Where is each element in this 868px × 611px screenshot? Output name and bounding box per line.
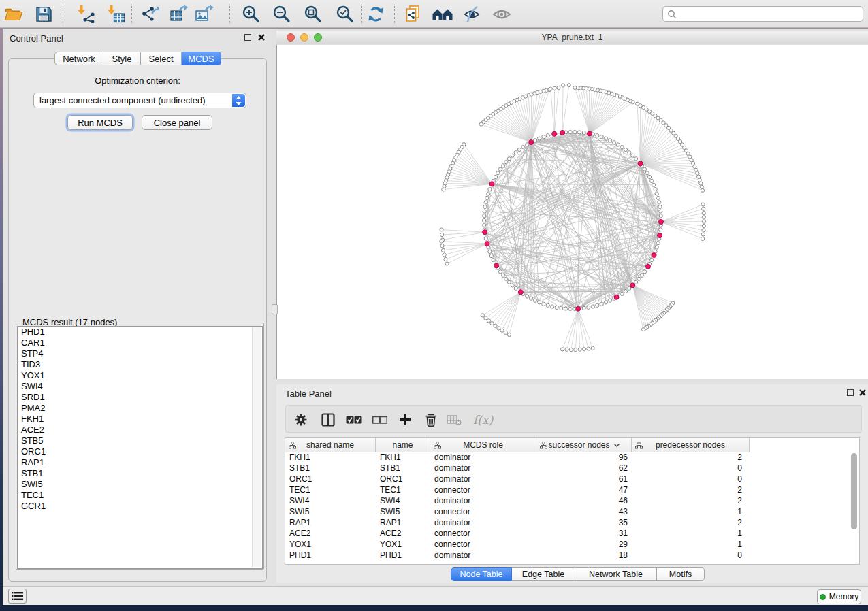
result-node[interactable]: YOX1	[18, 370, 262, 381]
settings-gear-icon[interactable]	[293, 412, 309, 428]
cell-name: ACE2	[376, 529, 430, 540]
show-all-icon[interactable]	[490, 3, 513, 25]
export-network-icon[interactable]	[138, 3, 161, 25]
result-node[interactable]: CAR1	[18, 337, 262, 348]
result-node[interactable]: RAP1	[18, 457, 262, 468]
open-folder-icon[interactable]	[2, 3, 25, 25]
task-history-button[interactable]	[8, 589, 27, 604]
cell-successor-nodes: 47	[536, 485, 632, 496]
table-row[interactable]: YOX1YOX1connector291	[285, 540, 859, 550]
result-node[interactable]: ACE2	[18, 425, 262, 435]
network-window: YPA_prune.txt_1	[276, 31, 868, 379]
toolbar-separator	[361, 5, 362, 23]
result-node[interactable]: TEC1	[18, 490, 262, 501]
zoom-in-icon[interactable]	[239, 3, 262, 25]
memory-status-icon	[820, 594, 826, 600]
close-panel-button[interactable]: Close panel	[142, 115, 212, 130]
tab-edge-table[interactable]: Edge Table	[512, 567, 575, 581]
table-scrollbar[interactable]	[851, 453, 858, 564]
zoom-selected-icon[interactable]	[333, 3, 356, 25]
result-node[interactable]: SWI4	[18, 381, 262, 392]
table-scrollbar-thumb[interactable]	[851, 453, 857, 529]
node-table[interactable]: shared namenameMCDS rolesuccessor nodesp…	[285, 437, 860, 565]
table-row[interactable]: STB1STB1dominator620	[285, 463, 859, 474]
tab-network-table[interactable]: Network Table	[575, 567, 657, 581]
tab-network[interactable]: Network	[54, 52, 103, 65]
table-panel: Table Panel	[276, 384, 868, 583]
column-header-name[interactable]: name	[376, 438, 430, 452]
cell-successor-nodes: 43	[536, 507, 632, 518]
result-node[interactable]: SWI5	[18, 479, 262, 490]
export-image-icon[interactable]	[193, 3, 216, 25]
run-mcds-button[interactable]: Run MCDS	[67, 115, 133, 130]
delete-table-icon[interactable]	[446, 412, 462, 428]
hide-selected-icon[interactable]	[461, 3, 484, 25]
search-box[interactable]	[662, 6, 863, 22]
result-node[interactable]: TID3	[18, 359, 262, 370]
table-toolbar: f(x)	[285, 405, 862, 433]
cell-MCDS-role: connector	[430, 529, 536, 540]
clone-network-icon[interactable]	[402, 3, 425, 25]
table-row[interactable]: TEC1TEC1connector472	[285, 485, 859, 496]
table-panel-tabs: Node TableEdge TableNetwork TableMotifs	[451, 567, 705, 581]
table-row[interactable]: FKH1FKH1dominator962	[285, 452, 859, 463]
show-column-icon[interactable]	[320, 412, 336, 428]
cell-successor-nodes: 96	[536, 452, 632, 463]
select-all-checkboxes-icon[interactable]	[346, 412, 362, 428]
result-node[interactable]: PMA2	[18, 403, 262, 414]
mcds-result-list[interactable]: PHD1CAR1STP4TID3YOX1SWI4SRD1PMA2FKH1ACE2…	[17, 326, 263, 569]
table-row[interactable]: RAP1RAP1dominator352	[285, 518, 859, 529]
table-row[interactable]: ACE2ACE2connector311	[285, 529, 859, 540]
column-header-MCDS-role[interactable]: MCDS role	[430, 438, 536, 452]
deselect-all-checkboxes-icon[interactable]	[372, 412, 388, 428]
delete-column-icon[interactable]	[423, 412, 439, 428]
result-node[interactable]: SRD1	[18, 392, 262, 403]
criterion-select[interactable]: largest connected component (undirected)	[33, 93, 246, 108]
zoom-fit-icon[interactable]	[301, 3, 324, 25]
zoom-out-icon[interactable]	[270, 3, 293, 25]
close-table-panel-icon[interactable]	[858, 389, 867, 397]
splitter-handle[interactable]	[272, 304, 278, 314]
table-row[interactable]: PHD1PHD1dominator180	[285, 550, 859, 561]
import-table-icon[interactable]	[104, 3, 127, 25]
column-header-predecessor-nodes[interactable]: predecessor nodes	[632, 438, 750, 452]
search-input[interactable]	[677, 10, 863, 19]
cell-shared-name: ORC1	[285, 474, 376, 485]
tab-style[interactable]: Style	[103, 52, 141, 65]
application-window: Control Panel NetworkStyleSelectMCDS Opt…	[0, 0, 868, 611]
column-header-shared-name[interactable]: shared name	[285, 438, 376, 452]
function-builder-icon[interactable]: f(x)	[471, 412, 498, 428]
first-neighbors-icon[interactable]	[431, 3, 454, 25]
result-node[interactable]: GCR1	[18, 501, 262, 512]
result-node[interactable]: FKH1	[18, 414, 262, 425]
result-node[interactable]: STP4	[18, 348, 262, 359]
table-row[interactable]: SWI5SWI5connector431	[285, 507, 859, 518]
toolbar-separator	[229, 5, 230, 23]
result-node[interactable]: ORC1	[18, 446, 262, 457]
column-header-successor-nodes[interactable]: successor nodes	[536, 438, 632, 452]
float-panel-icon[interactable]	[244, 34, 251, 41]
result-list-scrollbar[interactable]	[252, 327, 261, 567]
close-panel-icon[interactable]	[257, 33, 266, 42]
add-column-icon[interactable]	[397, 412, 413, 428]
network-canvas[interactable]	[276, 45, 868, 379]
network-titlebar[interactable]: YPA_prune.txt_1	[276, 31, 868, 44]
table-row[interactable]: SWI4SWI4dominator462	[285, 496, 859, 507]
memory-button[interactable]: Memory	[817, 589, 861, 604]
refresh-icon[interactable]	[364, 3, 387, 25]
result-node[interactable]: PHD1	[18, 327, 262, 337]
export-table-icon[interactable]	[167, 3, 191, 25]
float-table-panel-icon[interactable]	[847, 389, 854, 396]
tab-motifs[interactable]: Motifs	[657, 567, 705, 581]
cell-MCDS-role: dominator	[430, 550, 536, 561]
table-row[interactable]: ORC1ORC1dominator610	[285, 474, 859, 485]
tab-node-table[interactable]: Node Table	[451, 567, 512, 581]
tab-select[interactable]: Select	[141, 52, 182, 65]
result-node[interactable]: STB1	[18, 468, 262, 479]
import-network-icon[interactable]	[74, 3, 97, 25]
result-node[interactable]: STB5	[18, 435, 262, 446]
save-icon[interactable]	[32, 3, 55, 25]
list-icon	[12, 591, 23, 601]
tab-mcds[interactable]: MCDS	[182, 52, 221, 65]
main-toolbar	[0, 0, 868, 28]
